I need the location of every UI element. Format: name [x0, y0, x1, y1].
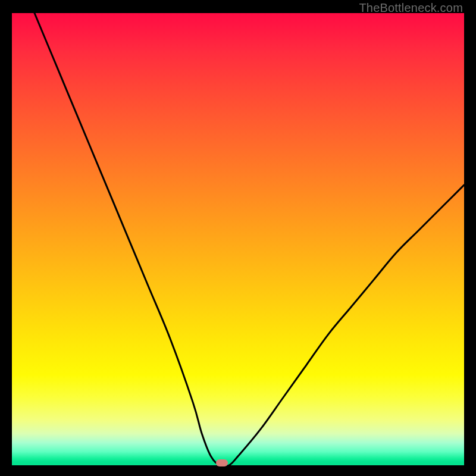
optimal-point-marker	[216, 459, 228, 466]
bottleneck-curve	[12, 13, 464, 465]
